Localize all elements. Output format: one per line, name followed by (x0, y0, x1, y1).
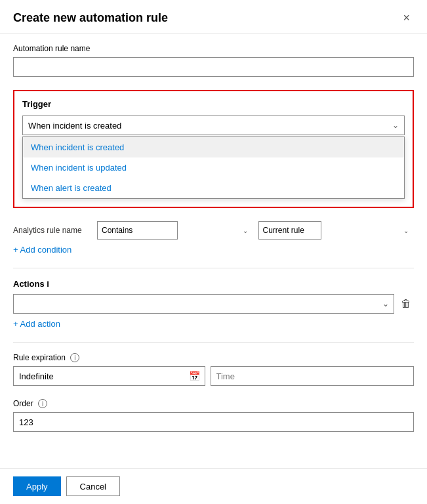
order-label: Order i (13, 399, 414, 408)
automation-rule-name-group: Automation rule name (13, 44, 414, 77)
trigger-chevron-icon: ⌄ (392, 121, 399, 130)
add-condition-button[interactable]: + Add condition (13, 245, 71, 255)
cancel-button[interactable]: Cancel (66, 476, 120, 496)
condition-operator-select[interactable]: Contains Does not contain Equals Does no… (97, 221, 178, 240)
rule-expiration-info-icon: i (70, 353, 79, 362)
automation-rule-name-input[interactable] (13, 57, 414, 77)
actions-info-icon: i (47, 279, 49, 289)
dialog-header: Create new automation rule × (0, 0, 427, 33)
trigger-dropdown: When incident is created When incident i… (22, 136, 405, 199)
condition-value-wrap: Current rule ⌄ (258, 221, 415, 240)
trigger-selected-value: When incident is created (28, 121, 392, 131)
condition-field-label: Analytics rule name (13, 226, 92, 235)
actions-select[interactable] (13, 294, 394, 314)
condition-value-chevron-icon: ⌄ (403, 227, 409, 234)
expiration-date-input[interactable] (13, 366, 205, 386)
divider-1 (13, 268, 414, 268)
trigger-label: Trigger (22, 99, 405, 109)
order-info-icon: i (38, 399, 47, 408)
dialog-body: Automation rule name Trigger When incide… (0, 33, 427, 468)
close-button[interactable]: × (399, 10, 414, 25)
rule-expiration-label: Rule expiration i (13, 353, 414, 362)
order-group: Order i (13, 399, 414, 432)
delete-action-button[interactable]: 🗑 (398, 297, 414, 311)
condition-operator-wrap: Contains Does not contain Equals Does no… (97, 221, 253, 240)
trigger-select-container: When incident is created ⌄ When incident… (22, 116, 405, 199)
add-action-button[interactable]: + Add action (13, 319, 60, 329)
actions-row: ⌄ 🗑 (13, 294, 414, 314)
actions-label: Actions i (13, 279, 414, 289)
create-automation-rule-dialog: Create new automation rule × Automation … (0, 0, 427, 504)
conditions-section: Analytics rule name Contains Does not co… (13, 221, 414, 255)
condition-operator-chevron-icon: ⌄ (243, 227, 248, 234)
dialog-title: Create new automation rule (13, 11, 168, 25)
order-input[interactable] (13, 412, 414, 432)
expiration-time-input[interactable] (211, 366, 415, 386)
rule-expiration-row: 📅 (13, 366, 414, 386)
dialog-footer: Apply Cancel (0, 468, 427, 504)
trigger-option-created[interactable]: When incident is created (23, 137, 404, 158)
actions-section: Actions i ⌄ 🗑 + Add action (13, 279, 414, 329)
trigger-section: Trigger When incident is created ⌄ When … (13, 90, 414, 208)
automation-rule-name-label: Automation rule name (13, 44, 414, 53)
expiration-date-wrap: 📅 (13, 366, 205, 386)
actions-select-wrap: ⌄ (13, 294, 394, 314)
condition-value-select[interactable]: Current rule (258, 221, 321, 240)
divider-2 (13, 342, 414, 343)
rule-expiration-group: Rule expiration i 📅 (13, 353, 414, 386)
apply-button[interactable]: Apply (13, 476, 61, 496)
trigger-option-alert[interactable]: When alert is created (23, 178, 404, 198)
trigger-select-box[interactable]: When incident is created ⌄ (22, 116, 405, 135)
conditions-row: Analytics rule name Contains Does not co… (13, 221, 414, 240)
trigger-option-updated[interactable]: When incident is updated (23, 158, 404, 178)
